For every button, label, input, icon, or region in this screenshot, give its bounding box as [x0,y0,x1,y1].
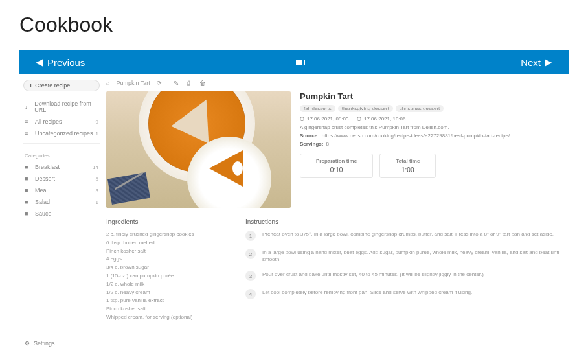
download-icon: ↓ [25,104,30,110]
sidebar-item-label: Sauce [35,210,52,217]
step-text: Preheat oven to 375°. In a large bowl, c… [262,231,554,238]
clock-icon [357,117,361,121]
recipe-image [106,91,291,208]
total-time-label: Total time [396,158,420,164]
reload-icon[interactable]: ⟳ [157,80,162,86]
sidebar-category-dessert[interactable]: ■Dessert 5 [23,173,100,185]
breadcrumb-home-icon[interactable]: ⌂ [106,80,109,86]
breadcrumb-title: Pumpkin Tart [116,80,150,86]
sidebar-item-count: 5 [96,176,98,182]
recipe-dates: 17.06.2021, 09:03 17.06.2021, 10:06 [300,116,561,122]
sidebar-category-salad[interactable]: ■Salad 1 [23,196,100,208]
settings-label: Settings [34,340,55,347]
ingredient: Whipped cream, for serving (optional) [106,313,226,322]
previous-label: Previous [47,57,85,68]
ingredient: 6 tbsp. butter, melted [106,239,226,247]
sidebar-category-breakfast[interactable]: ■Breakfast 14 [23,161,100,173]
recipe-description: A gingersnap crust completes this Pumpki… [300,124,561,130]
tag[interactable]: christmas dessert [396,105,444,112]
page-title: Cookbook [0,0,588,50]
sidebar-item-label: Uncategorized recipes [35,130,93,137]
plus-icon: + [29,82,32,89]
sidebar-item-label: Dessert [35,176,55,182]
step-number: 2 [245,249,256,259]
total-time-box: Total time 1:00 [379,154,436,178]
step-number: 4 [245,289,256,299]
next-button[interactable]: Next ▶ [521,56,552,68]
ingredient: 4 eggs [106,255,226,264]
slide-indicator-1[interactable] [296,60,302,65]
folder-icon: ■ [25,199,31,205]
settings-link[interactable]: ⚙ Settings [25,340,563,347]
chevron-right-icon: ▶ [545,56,552,68]
servings-label: Servings: [300,141,323,147]
recipe-servings: Servings: 8 [300,141,561,147]
recipe-tags: fall desserts thanksgiving dessert chris… [300,105,561,112]
folder-icon: ■ [25,176,31,182]
source-label: Source: [300,133,319,139]
modified-date: 17.06.2021, 10:06 [364,116,406,122]
sidebar-item-count: 3 [96,188,98,194]
breadcrumb: ⌂ Pumpkin Tart ⟳ ✎ ⎙ 🗑 [106,80,561,86]
ingredient: 1 tsp. pure vanilla extract [106,297,226,305]
print-icon[interactable]: ⎙ [187,80,193,86]
list-icon: ≡ [25,119,31,125]
ingredient: 2 c. finely crushed gingersnap cookies [106,231,226,239]
create-recipe-button[interactable]: + Create recipe [23,80,100,91]
sidebar-item-count: 1 [96,131,98,137]
prep-time-label: Preparation time [316,158,357,164]
delete-icon[interactable]: 🗑 [199,80,206,86]
ingredient: 1/2 c. whole milk [106,280,226,289]
folder-icon: ■ [25,164,31,170]
recipe-source: Source: https://www.delish.com/cooking/r… [300,133,561,139]
step-text: Let cool completely before removing from… [262,289,472,296]
instructions-heading: Instructions [245,218,561,225]
sidebar-item-uncategorized[interactable]: ≡Uncategorized recipes 1 [23,128,100,139]
tag[interactable]: fall desserts [300,105,335,112]
sidebar-item-label: All recipes [35,119,62,125]
ingredients-heading: Ingredients [106,218,226,225]
instruction-step: 3 Pour over crust and bake until mostly … [245,271,561,281]
create-recipe-label: Create recipe [35,82,70,89]
sidebar-item-download[interactable]: ↓Download recipe from URL [23,98,100,116]
prep-time-box: Preparation time 0:10 [300,154,373,178]
sidebar-category-meal[interactable]: ■Meal 3 [23,185,100,196]
ingredient: 1/2 c. heavy cream [106,289,226,297]
chevron-left-icon: ◀ [36,56,43,68]
sidebar-category-sauce[interactable]: ■Sauce [23,208,100,220]
sidebar-item-count: 14 [93,165,98,170]
folder-icon: ■ [25,210,31,217]
tag[interactable]: thanksgiving dessert [338,105,393,112]
slide-indicators [296,60,310,65]
edit-icon[interactable]: ✎ [174,80,180,86]
sidebar-item-label: Salad [35,199,50,205]
step-text: In a large bowl using a hand mixer, beat… [262,249,561,263]
ingredient: 3/4 c. brown sugar [106,264,226,272]
previous-button[interactable]: ◀ Previous [36,56,85,68]
slide-indicator-2[interactable] [304,60,310,65]
sidebar-item-count: 9 [96,119,98,125]
ingredient: Pinch kosher salt [106,247,226,256]
instruction-step: 1 Preheat oven to 375°. In a large bowl,… [245,231,561,241]
recipe-title: Pumpkin Tart [300,91,561,101]
gear-icon: ⚙ [25,340,30,347]
sidebar-item-all-recipes[interactable]: ≡All recipes 9 [23,116,100,128]
created-date: 17.06.2021, 09:03 [307,116,349,122]
categories-heading: Categories [23,148,100,161]
step-text: Pour over crust and bake until mostly se… [262,271,484,278]
source-url[interactable]: https://www.delish.com/cooking/recipe-id… [322,133,510,139]
clock-icon [300,117,304,121]
folder-icon: ■ [25,187,31,194]
instruction-step: 2 In a large bowl using a hand mixer, be… [245,249,561,263]
sidebar-item-label: Breakfast [35,164,60,170]
prep-time-value: 0:10 [316,166,357,174]
sidebar-item-count: 1 [96,199,98,205]
ingredient: 1 (15-oz.) can pumpkin purée [106,272,226,280]
sidebar: + Create recipe ↓Download recipe from UR… [19,74,104,335]
instruction-step: 4 Let cool completely before removing fr… [245,289,561,299]
servings-value: 8 [326,141,328,147]
ingredient: Pinch kosher salt [106,305,226,313]
step-number: 3 [245,271,256,281]
sidebar-item-label: Meal [35,187,48,194]
main-content: ⌂ Pumpkin Tart ⟳ ✎ ⎙ 🗑 Pumpkin Tart [104,74,569,335]
